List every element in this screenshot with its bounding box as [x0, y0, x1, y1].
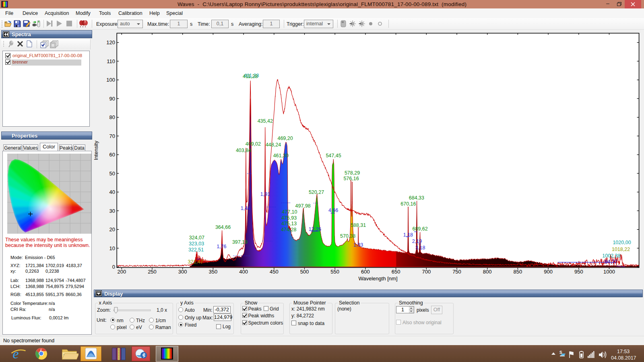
svg-text:321,47: 321,47	[188, 259, 203, 265]
svg-text:448,24: 448,24	[266, 142, 281, 148]
svg-text:322,51: 322,51	[188, 247, 204, 253]
svg-text:364,66: 364,66	[215, 224, 231, 230]
svg-text:547,45: 547,45	[326, 153, 341, 158]
svg-text:474,28: 474,28	[281, 227, 296, 232]
svg-text:689,62: 689,62	[412, 226, 427, 232]
svg-text:497,98: 497,98	[295, 203, 311, 209]
svg-text:300: 300	[178, 269, 187, 275]
svg-text:578,29: 578,29	[345, 170, 360, 176]
svg-text:1,44: 1,44	[241, 206, 250, 211]
svg-text:1000: 1000	[603, 269, 615, 275]
svg-text:40: 40	[109, 189, 115, 195]
svg-text:1,93: 1,93	[353, 242, 363, 248]
svg-text:1,91: 1,91	[260, 191, 270, 197]
svg-text:409,02: 409,02	[246, 141, 261, 147]
svg-text:576,16: 576,16	[343, 176, 359, 181]
svg-text:850: 850	[514, 269, 522, 275]
svg-text:70: 70	[109, 133, 115, 139]
svg-text:350: 350	[209, 269, 218, 275]
svg-text:684,33: 684,33	[409, 195, 424, 201]
svg-text:1002,38: 1002,38	[602, 253, 620, 259]
svg-text:94,77: 94,77	[605, 259, 617, 265]
svg-text:250: 250	[148, 269, 157, 275]
svg-text:900: 900	[544, 269, 553, 275]
svg-text:475,13: 475,13	[281, 221, 297, 226]
svg-text:1018,22: 1018,22	[612, 247, 630, 252]
svg-text:550: 550	[330, 269, 339, 275]
svg-text:120: 120	[106, 39, 115, 45]
svg-text:80: 80	[109, 114, 115, 120]
svg-text:950: 950	[574, 269, 583, 275]
svg-text:477,10: 477,10	[282, 209, 297, 215]
svg-text:403,84: 403,84	[236, 148, 251, 153]
svg-text:588,31: 588,31	[351, 222, 366, 228]
svg-text:20: 20	[109, 226, 115, 232]
svg-text:411,28: 411,28	[243, 74, 258, 79]
svg-text:3,18: 3,18	[415, 245, 425, 251]
svg-text:435,42: 435,42	[258, 118, 273, 124]
svg-text:2,19: 2,19	[412, 239, 422, 244]
svg-text:700: 700	[422, 269, 431, 275]
svg-text:1,76: 1,76	[217, 244, 226, 249]
svg-text:200: 200	[117, 269, 126, 275]
svg-text:50: 50	[109, 171, 115, 177]
svg-text:520,27: 520,27	[309, 189, 324, 195]
svg-text:0: 0	[112, 264, 115, 270]
svg-text:1020,00: 1020,00	[613, 240, 631, 245]
svg-text:500: 500	[300, 269, 309, 275]
svg-text:110: 110	[107, 58, 115, 64]
svg-text:e: e	[13, 346, 19, 361]
svg-text:400: 400	[239, 269, 248, 275]
svg-text:Wavelength [nm]: Wavelength [nm]	[358, 276, 397, 282]
svg-text:Intensity: Intensity	[93, 140, 99, 160]
svg-text:324,07: 324,07	[189, 235, 204, 241]
svg-text:450: 450	[270, 269, 279, 275]
svg-text:670,16: 670,16	[400, 201, 416, 207]
svg-text:60: 60	[109, 152, 115, 158]
svg-text:570,38: 570,38	[340, 233, 355, 239]
svg-text:650: 650	[392, 269, 400, 275]
svg-text:469,20: 469,20	[277, 136, 293, 141]
svg-text:397,19: 397,19	[232, 239, 248, 245]
svg-text:100: 100	[106, 77, 115, 83]
svg-text:323,03: 323,03	[189, 241, 204, 247]
svg-text:600: 600	[361, 269, 370, 275]
svg-text:90: 90	[109, 96, 115, 102]
svg-text:10: 10	[109, 245, 115, 251]
svg-text:30: 30	[109, 208, 115, 214]
svg-text:750: 750	[452, 269, 461, 275]
svg-text:461,30: 461,30	[273, 153, 289, 158]
svg-text:800: 800	[483, 269, 492, 275]
svg-text:475,93: 475,93	[281, 215, 297, 221]
svg-text:4,66: 4,66	[328, 208, 338, 213]
